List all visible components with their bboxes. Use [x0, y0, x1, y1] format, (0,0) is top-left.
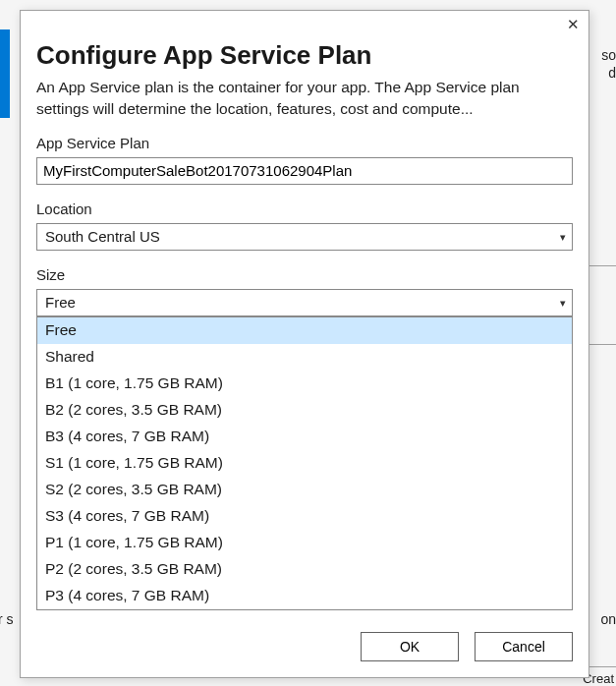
size-option[interactable]: S3 (4 cores, 7 GB RAM) — [37, 503, 572, 530]
close-icon: ✕ — [567, 16, 580, 33]
size-label: Size — [36, 266, 573, 283]
dialog-footer: OK Cancel — [21, 620, 588, 677]
app-service-plan-label: App Service Plan — [36, 135, 573, 151]
configure-app-service-dialog: ✕ Configure App Service Plan An App Serv… — [20, 10, 589, 678]
ok-button[interactable]: OK — [361, 632, 459, 661]
size-option[interactable]: P2 (2 cores, 3.5 GB RAM) — [37, 556, 572, 583]
size-option[interactable]: B1 (1 core, 1.75 GB RAM) — [37, 371, 572, 397]
bg-fragment: d — [608, 65, 616, 81]
size-option[interactable]: S1 (1 core, 1.75 GB RAM) — [37, 450, 572, 477]
location-select-wrap: South Central US ▾ — [36, 223, 573, 251]
dialog-description: An App Service plan is the container for… — [36, 77, 573, 121]
app-service-plan-input[interactable] — [36, 157, 573, 185]
size-option[interactable]: Shared — [37, 344, 572, 371]
bg-fragment: so — [601, 47, 616, 63]
dialog-content: Configure App Service Plan An App Servic… — [21, 11, 588, 620]
size-option[interactable]: P3 (4 cores, 7 GB RAM) — [37, 583, 572, 609]
location-select-value: South Central US — [45, 228, 160, 245]
chevron-down-icon: ▾ — [560, 296, 566, 309]
size-option[interactable]: Free — [37, 317, 572, 344]
size-option[interactable]: P1 (1 core, 1.75 GB RAM) — [37, 530, 572, 556]
size-dropdown-list: FreeSharedB1 (1 core, 1.75 GB RAM)B2 (2 … — [36, 316, 573, 610]
size-option[interactable]: S2 (2 cores, 3.5 GB RAM) — [37, 477, 572, 503]
cancel-button[interactable]: Cancel — [475, 632, 573, 661]
size-select-value: Free — [45, 294, 76, 311]
chevron-down-icon: ▾ — [560, 230, 566, 243]
bg-accent-bar — [0, 29, 10, 118]
close-button[interactable]: ✕ — [563, 15, 583, 34]
size-option[interactable]: B2 (2 cores, 3.5 GB RAM) — [37, 397, 572, 424]
location-label: Location — [36, 200, 573, 217]
bg-fragment: r s — [0, 611, 14, 627]
dialog-title: Configure App Service Plan — [36, 40, 573, 71]
size-select-wrap: Free ▾ FreeSharedB1 (1 core, 1.75 GB RAM… — [36, 289, 573, 316]
size-option[interactable]: B3 (4 cores, 7 GB RAM) — [37, 424, 572, 450]
bg-fragment: on — [600, 611, 616, 627]
location-select[interactable]: South Central US ▾ — [36, 223, 573, 251]
size-select[interactable]: Free ▾ — [36, 289, 573, 316]
